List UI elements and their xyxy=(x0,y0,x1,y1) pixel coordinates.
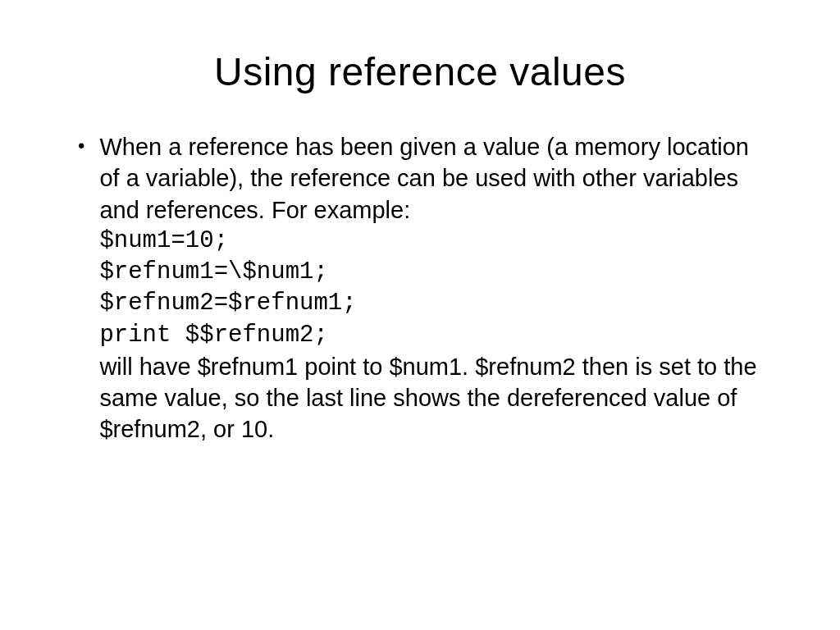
bullet-intro-text: When a reference has been given a value … xyxy=(99,131,766,226)
slide-title: Using reference values xyxy=(74,49,766,94)
bullet-outro-text: will have $refnum1 point to $num1. $refn… xyxy=(99,351,766,445)
bullet-content: When a reference has been given a value … xyxy=(99,131,766,445)
code-line-1: $num1=10; xyxy=(99,226,766,257)
code-line-4: print $$refnum2; xyxy=(99,320,766,351)
bullet-marker: • xyxy=(78,131,84,161)
bullet-item: • When a reference has been given a valu… xyxy=(74,131,766,445)
code-line-2: $refnum1=\$num1; xyxy=(99,257,766,288)
code-line-3: $refnum2=$refnum1; xyxy=(99,288,766,319)
